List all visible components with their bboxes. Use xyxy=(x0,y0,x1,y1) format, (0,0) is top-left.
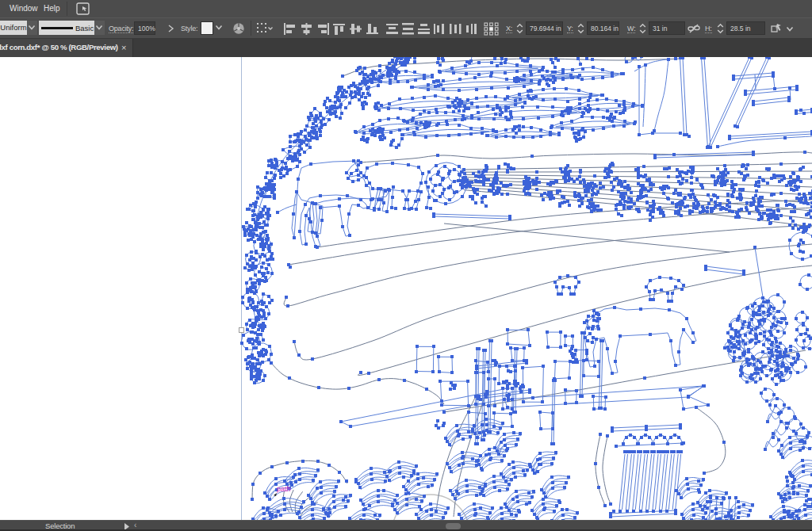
svg-text:path: path xyxy=(277,485,291,493)
